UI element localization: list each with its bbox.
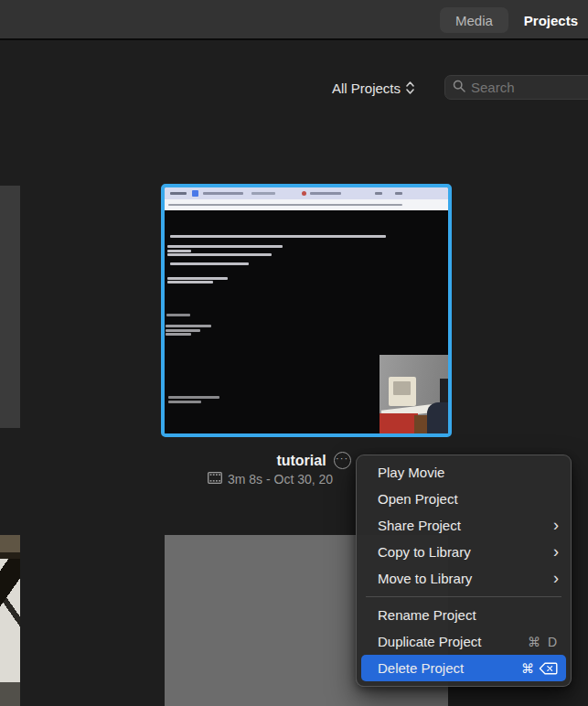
toolbar: Media Projects [0, 0, 588, 40]
menu-item-shortcut: ⌘ D [528, 635, 559, 649]
menu-item-move-to-library[interactable]: Move to Library› [357, 565, 571, 592]
all-projects-label: All Projects [332, 80, 401, 96]
project-thumbnail-selected[interactable] [161, 184, 452, 437]
project-thumbnail-partial-left-2[interactable] [0, 535, 20, 706]
menu-item-shortcut: ⌘ [521, 661, 558, 676]
menu-item-duplicate-project[interactable]: Duplicate Project⌘ D [357, 628, 571, 655]
menu-item-open-project[interactable]: Open Project [357, 486, 571, 512]
thumb-browser-tabbar [165, 187, 448, 199]
project-meta: 3m 8s - Oct 30, 20 [208, 471, 333, 487]
menu-item-share-project[interactable]: Share Project› [357, 512, 571, 539]
menu-item-rename-project[interactable]: Rename Project [357, 602, 571, 628]
menu-item-label: Rename Project [378, 607, 476, 623]
chevron-up-down-icon [406, 80, 414, 95]
search-icon [453, 80, 465, 96]
submenu-chevron-icon: › [553, 543, 559, 562]
backspace-icon [539, 662, 558, 675]
menu-item-play-movie[interactable]: Play Movie [357, 459, 571, 486]
menu-item-label: Play Movie [378, 465, 444, 480]
view-tabs: Media Projects [440, 7, 588, 33]
menu-item-label: Duplicate Project [378, 634, 481, 649]
menu-item-label: Move to Library [378, 571, 472, 586]
menu-separator [366, 596, 561, 597]
project-thumbnail-partial-left[interactable] [0, 186, 20, 428]
tab-media[interactable]: Media [440, 7, 508, 33]
menu-item-delete-project[interactable]: Delete Project⌘ [361, 655, 566, 681]
search-input[interactable] [471, 80, 588, 95]
project-context-menu: Play MovieOpen ProjectShare Project›Copy… [356, 455, 572, 687]
menu-item-label: Copy to Library [378, 544, 471, 560]
ellipsis-circle-icon[interactable]: ··· [334, 452, 351, 469]
menu-item-label: Open Project [378, 491, 458, 507]
thumb-webcam-inset [380, 355, 448, 433]
menu-item-copy-to-library[interactable]: Copy to Library› [357, 539, 571, 565]
project-duration-date: 3m 8s - Oct 30, 20 [228, 472, 333, 487]
all-projects-dropdown[interactable]: All Projects [332, 77, 414, 99]
submenu-chevron-icon: › [553, 517, 559, 535]
project-title: tutorial [276, 453, 326, 469]
menu-item-label: Share Project [378, 518, 461, 533]
thumb-browser-addressbar [165, 199, 448, 210]
submenu-chevron-icon: › [553, 570, 559, 588]
tab-projects[interactable]: Projects [508, 7, 588, 33]
menu-item-label: Delete Project [378, 660, 464, 676]
filmstrip-icon [208, 472, 222, 487]
search-field[interactable] [444, 75, 588, 100]
imovie-projects-window: Media Projects All Projects [0, 0, 588, 706]
